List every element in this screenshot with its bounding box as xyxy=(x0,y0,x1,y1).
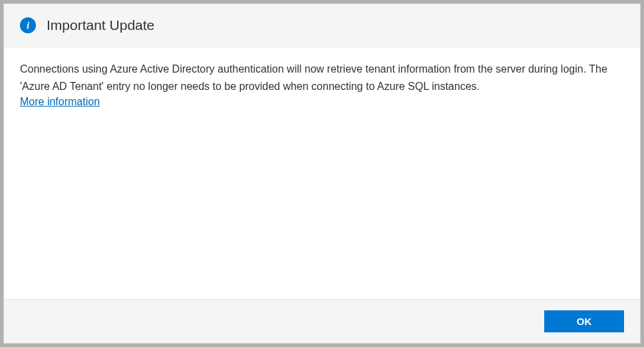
dialog-message: Connections using Azure Active Directory… xyxy=(20,61,624,95)
dialog-title: Important Update xyxy=(47,17,154,33)
dialog-body: Connections using Azure Active Directory… xyxy=(4,47,640,299)
dialog-header: i Important Update xyxy=(4,4,640,47)
more-information-link[interactable]: More information xyxy=(20,96,100,108)
ok-button[interactable]: OK xyxy=(544,310,624,332)
dialog-footer: OK xyxy=(4,299,640,343)
info-glyph: i xyxy=(27,20,29,31)
info-icon: i xyxy=(20,17,36,33)
important-update-dialog: i Important Update Connections using Azu… xyxy=(3,3,641,344)
